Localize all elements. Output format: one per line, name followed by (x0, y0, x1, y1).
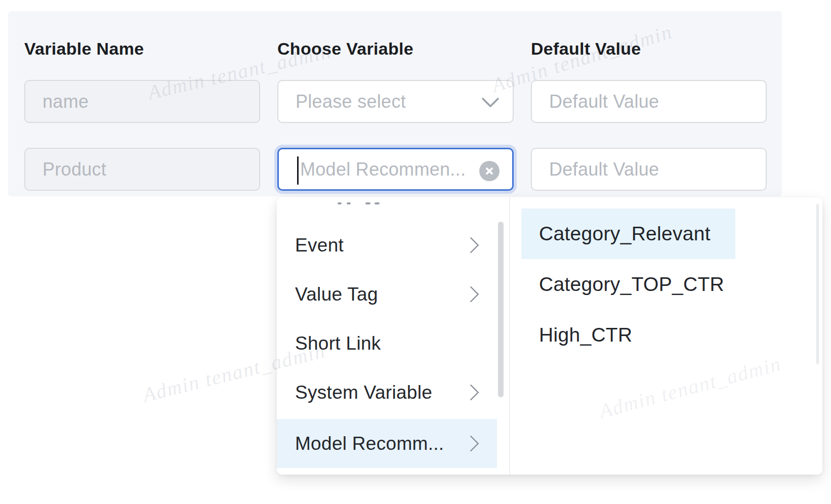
chevron-right-icon (463, 384, 479, 401)
menu-item-value-tag[interactable]: Value Tag (277, 270, 497, 319)
submenu-item-category-relevant-label: Category_Relevant (539, 223, 711, 245)
clipped-menu-item-fragment (347, 202, 351, 204)
variable-name-input-row1[interactable] (24, 80, 260, 123)
clipped-menu-item-fragment (338, 202, 342, 204)
submenu-item-high-ctr-label: High_CTR (539, 324, 632, 346)
menu-item-event[interactable]: Event (277, 221, 497, 270)
menu-item-system-variable-label: System Variable (295, 382, 432, 403)
menu-item-short-link[interactable]: Short Link (277, 319, 497, 368)
variable-name-header: Variable Name (24, 37, 260, 60)
menu-item-short-link-label: Short Link (295, 333, 381, 354)
text-cursor (297, 156, 299, 185)
submenu-scrollbar[interactable] (816, 204, 819, 364)
submenu-item-category-top-ctr[interactable]: Category_TOP_CTR (539, 259, 724, 310)
variable-name-input-row2[interactable] (24, 148, 260, 191)
submenu-item-category-top-ctr-label: Category_TOP_CTR (539, 273, 724, 296)
clipped-menu-item-fragment (365, 202, 370, 204)
default-value-header: Default Value (531, 37, 767, 60)
chevron-right-icon (463, 237, 479, 254)
default-value-input-row1[interactable] (531, 80, 767, 123)
submenu-item-category-relevant[interactable]: Category_Relevant (539, 208, 711, 259)
menu-item-model-recommend[interactable]: Model Recomm... (277, 419, 497, 468)
menu-scrollbar[interactable] (498, 222, 504, 397)
default-value-input-row2[interactable] (531, 148, 767, 191)
chevron-down-icon[interactable] (481, 97, 500, 108)
variable-name-input-row2-field[interactable] (25, 159, 259, 180)
default-value-input-row2-field[interactable] (532, 159, 766, 180)
submenu-item-high-ctr[interactable]: High_CTR (539, 310, 632, 360)
chevron-right-icon (463, 286, 479, 303)
choose-variable-header: Choose Variable (277, 37, 514, 60)
menu-item-system-variable[interactable]: System Variable (277, 368, 497, 417)
variable-name-input-row1-field[interactable] (25, 91, 259, 112)
menu-item-value-tag-label: Value Tag (295, 284, 378, 305)
cascader-dropdown: Event Value Tag Short Link System Variab… (277, 197, 822, 475)
choose-variable-select-row2[interactable]: Model Recommen... (277, 148, 514, 191)
menu-item-model-recommend-label: Model Recomm... (295, 433, 444, 454)
clear-icon[interactable] (479, 161, 500, 181)
choose-variable-select-row1-value[interactable] (278, 91, 513, 112)
menu-item-event-label: Event (295, 235, 344, 256)
cascader-column-divider (509, 197, 510, 475)
default-value-input-row1-field[interactable] (532, 91, 766, 112)
chevron-right-icon (463, 435, 479, 452)
choose-variable-select-row2-value: Model Recommen... (300, 149, 466, 189)
clipped-menu-item-fragment (375, 202, 380, 204)
choose-variable-select-row1[interactable] (277, 80, 514, 123)
